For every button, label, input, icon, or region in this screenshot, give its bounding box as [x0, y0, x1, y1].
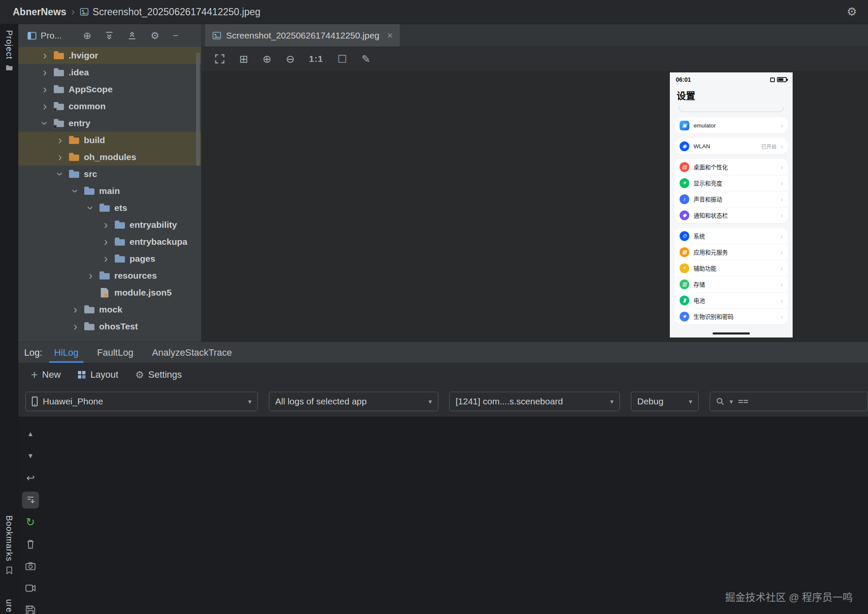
- battery-icon: ▮: [680, 296, 689, 305]
- new-button[interactable]: + New: [31, 369, 61, 381]
- chevron-right-icon[interactable]: ›: [101, 219, 111, 231]
- chevron-down-icon[interactable]: ›: [69, 186, 81, 196]
- log-search-input[interactable]: ▾ ==: [710, 392, 868, 411]
- tree-item-hvigor[interactable]: › .hvigor: [18, 47, 201, 64]
- tree-item-module-json5[interactable]: › module.json5: [18, 284, 201, 301]
- panel-settings-gear-icon[interactable]: ⚙: [150, 31, 159, 41]
- chevron-right-icon[interactable]: ›: [40, 66, 50, 78]
- tree-item-idea[interactable]: › .idea: [18, 64, 201, 81]
- project-panel-title[interactable]: Pro...: [41, 30, 62, 41]
- layout-button[interactable]: Layout: [77, 369, 118, 380]
- breadcrumb-file[interactable]: Screenshot_20250626174412250.jpeg: [80, 6, 260, 18]
- tree-item-oh-modules[interactable]: › oh_modules: [18, 149, 201, 166]
- chevron-right-icon[interactable]: ›: [40, 50, 50, 61]
- tab-faultlog[interactable]: FaultLog: [88, 342, 143, 363]
- editor-tab-screenshot[interactable]: Screenshot_20250626174412250.jpeg ×: [205, 24, 400, 47]
- collapse-all-icon[interactable]: [105, 31, 114, 40]
- tree-item-common[interactable]: › common: [18, 98, 201, 115]
- tree-item-ohostest[interactable]: › ohosTest: [18, 318, 201, 335]
- screenshot-camera-icon[interactable]: [25, 559, 36, 573]
- chevron-down-icon[interactable]: ›: [85, 203, 97, 213]
- chevron-right-icon[interactable]: ›: [101, 236, 111, 248]
- display-brightness-icon: ☀: [680, 178, 689, 188]
- tree-item-entry[interactable]: › entry: [18, 115, 201, 132]
- tree-item-mock[interactable]: › mock: [18, 301, 201, 318]
- chevron-down-icon: ▾: [248, 398, 252, 406]
- settings-gear-icon[interactable]: ⚙: [847, 6, 857, 18]
- settings-row-accessibility: + 辅助功能 ›: [674, 260, 788, 276]
- rerun-icon[interactable]: ↻: [26, 515, 35, 529]
- scroll-to-end-button[interactable]: [22, 493, 39, 507]
- tree-item-label: pages: [130, 254, 155, 264]
- sidebar-tab-bookmarks[interactable]: Bookmarks: [0, 515, 18, 574]
- screen-record-video-icon[interactable]: [25, 581, 36, 595]
- log-scope-select[interactable]: All logs of selected app ▾: [269, 392, 438, 411]
- chevron-right-icon[interactable]: ›: [101, 253, 111, 265]
- scroll-up-icon[interactable]: ▲: [27, 427, 34, 441]
- breadcrumb-project[interactable]: AbnerNews: [13, 6, 66, 18]
- tree-item-entrybackupability[interactable]: › entrybackupa: [18, 233, 201, 250]
- status-misc-icon: [770, 77, 775, 82]
- zoom-out-icon[interactable]: ⊖: [286, 54, 295, 64]
- close-tab-icon[interactable]: ×: [387, 30, 393, 41]
- settings-row-sound-vibration: ♪ 声音和振动 ›: [674, 191, 788, 207]
- save-log-icon[interactable]: [26, 603, 35, 614]
- tree-item-main[interactable]: › main: [18, 183, 201, 199]
- image-viewer-canvas[interactable]: 06:01 设置 ▣ emulator › ◉: [201, 71, 868, 342]
- log-level-select[interactable]: Debug ▾: [631, 392, 699, 411]
- sidebar-tab-project[interactable]: Project: [0, 30, 18, 71]
- biometrics-password-icon: ★: [680, 312, 689, 321]
- chevron-right-icon[interactable]: ›: [86, 270, 95, 282]
- chevron-down-icon[interactable]: ›: [54, 169, 66, 179]
- tree-item-label: entrybackupa: [130, 237, 188, 247]
- log-output-area[interactable]: ▲ ▼ ↩ ↻ 掘金技术社区 @ 程序员一鸣: [18, 417, 868, 614]
- tree-item-resources[interactable]: › resources: [18, 267, 201, 284]
- layout-grid-icon: [77, 371, 86, 379]
- tree-item-build[interactable]: › build: [18, 132, 201, 149]
- notification-statusbar-icon: ◆: [680, 210, 689, 220]
- json5-file-icon: [101, 288, 108, 298]
- chevron-down-icon[interactable]: ›: [39, 119, 51, 128]
- soft-wrap-icon[interactable]: ↩: [26, 471, 35, 485]
- search-options-chevron-icon[interactable]: ▾: [730, 398, 733, 406]
- chevron-right-icon[interactable]: ›: [40, 100, 50, 112]
- settings-button[interactable]: ⚙ Settings: [135, 369, 182, 380]
- chevron-right-icon[interactable]: ›: [55, 151, 65, 163]
- tree-scrollbar[interactable]: [196, 53, 200, 166]
- chevron-right-icon[interactable]: ›: [71, 321, 80, 332]
- tab-analyzestacktrace[interactable]: AnalyzeStackTrace: [143, 342, 241, 363]
- expand-all-icon[interactable]: [127, 31, 137, 40]
- settings-row-personalization: ▤ 桌面和个性化 ›: [674, 159, 788, 175]
- tree-item-entryability[interactable]: › entryability: [18, 216, 201, 233]
- process-select[interactable]: [1241] com....s.sceneboard ▾: [449, 392, 620, 411]
- status-time: 06:01: [676, 76, 691, 83]
- tree-item-label: common: [69, 101, 106, 111]
- phone-screenshot: 06:01 设置 ▣ emulator › ◉: [670, 72, 793, 337]
- eyedropper-icon[interactable]: ✎: [362, 54, 370, 64]
- folder-icon: [6, 64, 13, 71]
- device-select[interactable]: Huawei_Phone ▾: [25, 392, 258, 411]
- chevron-right-icon[interactable]: ›: [55, 134, 65, 146]
- chevron-right-icon[interactable]: ›: [40, 83, 50, 95]
- sidebar-tab-structure-partial[interactable]: ure: [0, 599, 18, 613]
- fit-to-screen-icon[interactable]: [215, 54, 225, 64]
- folder-icon: [84, 305, 95, 314]
- frame-select-icon[interactable]: ☐: [337, 54, 347, 64]
- tool-window-icon: [28, 32, 36, 40]
- grid-icon[interactable]: ⊞: [239, 54, 248, 64]
- tree-item-pages[interactable]: › pages: [18, 250, 201, 267]
- tree-item-src[interactable]: › src: [18, 166, 201, 183]
- tree-item-label: mock: [99, 304, 122, 315]
- tree-item-ets[interactable]: › ets: [18, 199, 201, 216]
- tree-item-appscope[interactable]: › AppScope: [18, 81, 201, 98]
- clear-log-trash-icon[interactable]: [26, 537, 35, 551]
- hide-panel-icon[interactable]: −: [173, 31, 178, 41]
- zoom-actual-size-label[interactable]: 1:1: [309, 54, 323, 64]
- zoom-in-icon[interactable]: ⊕: [263, 54, 271, 64]
- row-chevron-icon: ›: [781, 313, 783, 320]
- tab-hilog[interactable]: HiLog: [45, 342, 88, 363]
- locate-file-icon[interactable]: ⊕: [83, 31, 91, 41]
- scroll-down-icon[interactable]: ▼: [27, 449, 34, 463]
- row-chevron-icon: ›: [781, 143, 783, 149]
- chevron-right-icon[interactable]: ›: [71, 304, 80, 315]
